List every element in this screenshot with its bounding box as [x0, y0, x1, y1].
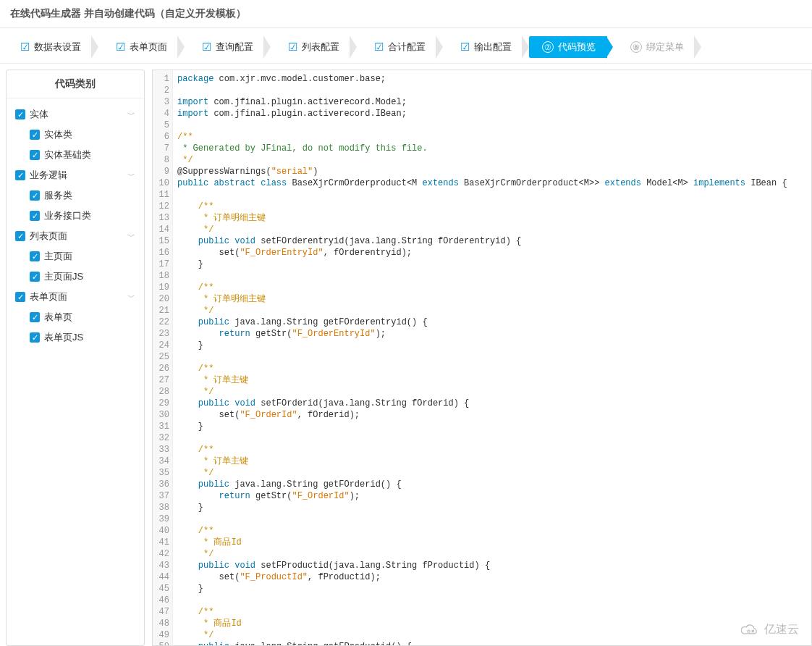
tree-label: 列表页面 [30, 230, 67, 243]
check-icon: ☑ [20, 41, 30, 54]
tree-node-5[interactable]: 业务接口类 [9, 206, 141, 226]
checkbox-icon[interactable] [30, 272, 40, 282]
tree-label: 表单页JS [44, 331, 83, 344]
step-label: 查询配置 [216, 41, 253, 54]
check-icon: ☑ [460, 41, 470, 54]
tree-node-4[interactable]: 服务类 [9, 185, 141, 206]
tree-node-0[interactable]: 实体﹀ [9, 104, 141, 125]
chevron-down-icon[interactable]: ﹀ [127, 109, 135, 120]
tree-label: 主页面 [44, 250, 72, 263]
tree-node-10[interactable]: 表单页 [9, 307, 141, 327]
step-label: 合计配置 [388, 41, 426, 54]
tree-node-8[interactable]: 主页面JS [9, 267, 141, 287]
svg-point-0 [748, 630, 750, 632]
chevron-down-icon[interactable]: ﹀ [127, 231, 135, 242]
tree-node-9[interactable]: 表单页面﹀ [9, 287, 141, 307]
check-icon: ☑ [202, 41, 211, 54]
chevron-down-icon[interactable]: ﹀ [127, 170, 135, 181]
cloud-icon [741, 624, 760, 637]
wizard-step-6[interactable]: ⑦代码预览 [529, 36, 607, 58]
tree-node-6[interactable]: 列表页面﹀ [9, 226, 141, 246]
step-label: 输出配置 [474, 41, 512, 54]
checkbox-icon[interactable] [30, 251, 40, 261]
tree-label: 业务接口类 [44, 209, 91, 222]
page-title: 在线代码生成器 并自动创建代码（自定义开发模板） [0, 0, 812, 28]
wizard-step-5[interactable]: ☑输出配置 [443, 36, 523, 58]
check-icon: ☑ [116, 41, 125, 54]
tree-label: 服务类 [44, 189, 72, 202]
checkbox-icon[interactable] [30, 332, 40, 343]
code-category-tree: 实体﹀实体类实体基础类业务逻辑﹀服务类业务接口类列表页面﹀主页面主页面JS表单页… [7, 98, 144, 353]
tree-node-3[interactable]: 业务逻辑﹀ [9, 165, 141, 185]
check-icon: ☑ [288, 41, 297, 54]
tree-label: 实体类 [44, 128, 72, 141]
checkbox-icon[interactable] [30, 150, 40, 160]
tree-label: 实体 [30, 108, 48, 121]
code-editor[interactable]: 1 2 3 4 5 6 7 8 9 10 11 12 13 14 15 16 1… [152, 70, 812, 646]
checkbox-icon[interactable] [15, 292, 25, 302]
checkbox-icon[interactable] [15, 109, 25, 119]
tree-label: 实体基础类 [44, 148, 91, 162]
tree-label: 主页面JS [44, 270, 83, 283]
code-content[interactable]: package com.xjr.mvc.model.customer.base;… [173, 70, 811, 645]
watermark: 亿速云 [741, 622, 799, 637]
step-label: 数据表设置 [34, 41, 81, 54]
step-label: 列表配置 [302, 41, 339, 54]
wizard-step-0[interactable]: ☑数据表设置 [10, 36, 93, 58]
wizard-step-2[interactable]: ☑查询配置 [185, 36, 265, 58]
checkbox-icon[interactable] [30, 130, 40, 140]
check-icon: ☑ [374, 41, 384, 54]
checkbox-icon[interactable] [30, 190, 40, 201]
step-number-icon: ⑧ [630, 41, 642, 53]
tree-node-2[interactable]: 实体基础类 [9, 145, 141, 165]
step-number-icon: ⑦ [542, 41, 554, 53]
line-number-gutter: 1 2 3 4 5 6 7 8 9 10 11 12 13 14 15 16 1… [153, 70, 173, 645]
step-label: 代码预览 [558, 41, 596, 54]
wizard-step-7: ⑧绑定菜单 [613, 36, 695, 58]
checkbox-icon[interactable] [30, 211, 40, 221]
tree-node-7[interactable]: 主页面 [9, 246, 141, 267]
chevron-down-icon[interactable]: ﹀ [127, 292, 135, 303]
checkbox-icon[interactable] [30, 312, 40, 322]
tree-node-1[interactable]: 实体类 [9, 125, 141, 145]
tree-node-11[interactable]: 表单页JS [9, 327, 141, 348]
checkbox-icon[interactable] [15, 231, 25, 241]
tree-label: 表单页面 [30, 290, 67, 303]
checkbox-icon[interactable] [15, 170, 25, 180]
wizard-steps: ☑数据表设置☑表单页面☑查询配置☑列表配置☑合计配置☑输出配置⑦代码预览⑧绑定菜… [0, 28, 812, 64]
wizard-step-1[interactable]: ☑表单页面 [98, 36, 179, 58]
tree-label: 表单页 [44, 311, 72, 324]
tree-label: 业务逻辑 [30, 169, 67, 182]
sidebar-title: 代码类别 [7, 70, 144, 98]
wizard-step-4[interactable]: ☑合计配置 [357, 36, 437, 58]
wizard-step-3[interactable]: ☑列表配置 [271, 36, 351, 58]
code-category-panel: 代码类别 实体﹀实体类实体基础类业务逻辑﹀服务类业务接口类列表页面﹀主页面主页面… [6, 70, 145, 646]
step-label: 表单页面 [130, 41, 167, 54]
step-label: 绑定菜单 [646, 41, 684, 54]
